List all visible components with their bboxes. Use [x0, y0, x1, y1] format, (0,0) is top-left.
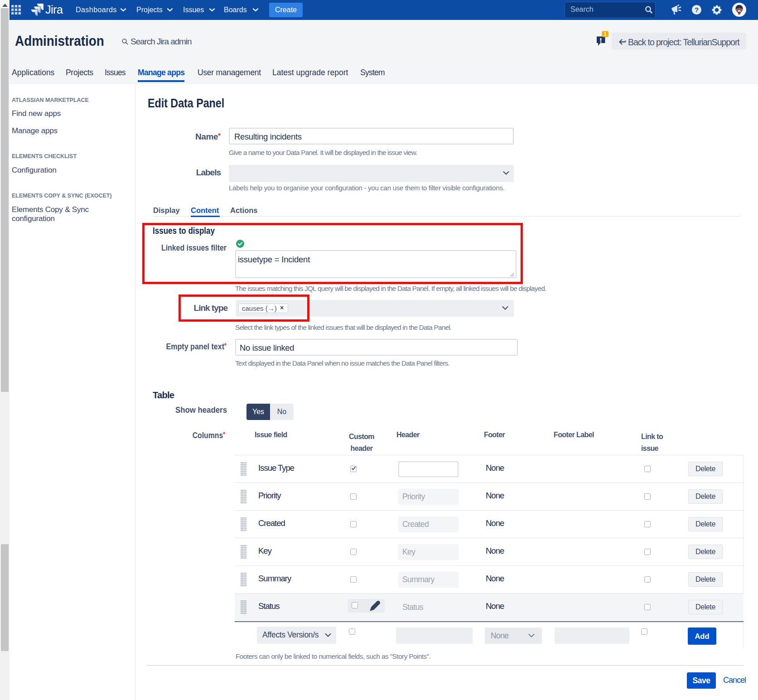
- svg-text:1: 1: [604, 31, 607, 37]
